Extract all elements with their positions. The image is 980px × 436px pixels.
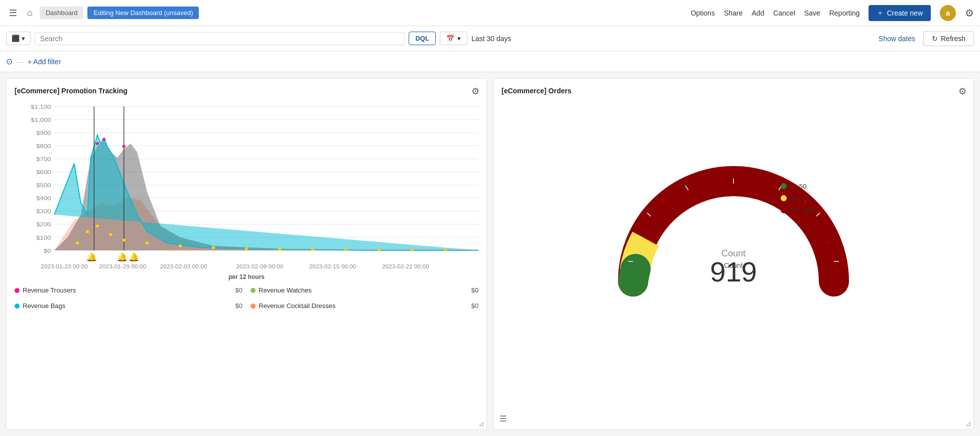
svg-text:2023-02-21 00:00: 2023-02-21 00:00 [382,264,429,269]
breadcrumb-editing[interactable]: Editing New Dashboard (unsaved) [87,7,199,19]
gauge-svg: Count 919 0 - 50 50 - 75 75 - 100 [608,156,859,307]
svg-text:$800: $800 [36,143,51,150]
breadcrumb-dashboard[interactable]: Dashboard [40,7,84,19]
promotion-panel: [eCommerce] Promotion Tracking ⚙ $1,100 [6,78,487,430]
create-new-label: Create new [887,9,923,17]
svg-text:2023-01-23 00:00: 2023-01-23 00:00 [41,264,88,269]
orders-panel-gear[interactable]: ⚙ [958,86,966,97]
svg-text:2023-02-15 00:00: 2023-02-15 00:00 [309,264,356,269]
svg-text:$200: $200 [36,221,51,228]
svg-text:$100: $100 [36,234,51,241]
legend-value-watches: $0 [471,286,478,294]
svg-text:$900: $900 [36,130,51,136]
legend-label-bags: Revenue Bags [23,302,65,310]
svg-point-48 [102,138,106,141]
legend-dot-bags [15,304,20,309]
promotion-panel-title: [eCommerce] Promotion Tracking [15,87,478,95]
promotion-chart-area: $1,100 $1,000 $900 $800 $700 $600 $500 $… [15,101,478,271]
add-link[interactable]: Add [752,9,764,17]
legend-label-watches: Revenue Watches [259,286,312,294]
svg-point-74 [781,207,787,213]
plus-icon: ＋ [877,9,884,18]
date-picker[interactable]: 📅 ▾ [440,32,467,45]
dashboard-grid: [eCommerce] Promotion Tracking ⚙ $1,100 [0,72,980,436]
legend-dot-dresses [251,304,256,309]
svg-point-35 [109,233,112,236]
chart-legend: Revenue Trousers $0 Revenue Watches $0 R… [15,286,478,310]
gauge-list-icon[interactable]: ☰ [500,414,507,423]
svg-point-72 [781,195,787,201]
svg-text:2023-02-09 00:00: 2023-02-09 00:00 [236,264,284,269]
svg-text:2023-01-29 00:00: 2023-01-29 00:00 [99,264,146,269]
svg-point-47 [96,142,99,145]
reporting-link[interactable]: Reporting [829,9,860,17]
filter-save-button[interactable]: ⬛ ▾ [6,32,31,45]
svg-text:$1,000: $1,000 [31,117,51,123]
svg-point-38 [179,244,182,247]
svg-text:919: 919 [710,256,757,287]
svg-text:🔔: 🔔 [86,253,98,262]
menu-icon[interactable]: ☰ [6,5,20,22]
svg-text:🔔: 🔔 [116,253,129,262]
search-area [35,32,405,45]
refresh-button[interactable]: ↻ Refresh [923,31,974,46]
orders-panel: [eCommerce] Orders ⚙ [493,78,974,430]
calendar-chevron: ▾ [457,35,461,42]
svg-text:$300: $300 [36,208,51,215]
search-input[interactable] [40,35,399,43]
svg-point-70 [781,183,787,189]
show-dates-button[interactable]: Show dates [879,35,915,43]
svg-text:$700: $700 [36,156,51,163]
svg-text:$0: $0 [44,247,51,254]
svg-point-39 [212,246,215,249]
svg-point-34 [96,225,99,228]
svg-text:75 - 100: 75 - 100 [790,207,814,214]
svg-point-37 [146,242,149,245]
filter-circle-icon: ⊙ [6,57,13,66]
top-nav: ☰ ⌂ Dashboard Editing New Dashboard (uns… [0,0,980,26]
svg-point-40 [245,247,249,250]
legend-dot-trousers [15,288,20,293]
divider: — [17,58,24,66]
svg-point-33 [86,230,89,233]
svg-text:$400: $400 [36,195,51,202]
legend-value-trousers: $0 [235,286,242,294]
options-link[interactable]: Options [691,9,715,17]
legend-label-dresses: Revenue Cocktail Dresses [259,302,335,310]
svg-text:$600: $600 [36,169,51,176]
chevron-down-icon: ▾ [22,35,25,42]
legend-value-dresses: $0 [471,302,478,310]
refresh-label: Refresh [941,35,965,43]
date-range-text: Last 30 days [471,35,511,43]
orders-panel-title: [eCommerce] Orders [502,87,965,95]
svg-text:$1,100: $1,100 [31,104,51,110]
svg-text:50 - 75: 50 - 75 [790,195,810,202]
svg-point-36 [122,239,126,242]
nav-actions: Options Share Add Cancel Save Reporting … [691,5,974,21]
promotion-panel-gear[interactable]: ⚙ [471,86,479,97]
create-new-button[interactable]: ＋ Create new [869,5,931,21]
svg-point-32 [76,242,79,245]
add-filter-row: ⊙ — + Add filter [0,51,980,72]
svg-point-45 [411,248,414,251]
svg-point-49 [122,145,126,148]
svg-text:🔔: 🔔 [128,253,140,262]
filter-bar: ⬛ ▾ DQL 📅 ▾ Last 30 days Show dates ↻ Re… [0,26,980,51]
orders-panel-resize[interactable]: ⊿ [965,419,971,427]
svg-text:0 - 50: 0 - 50 [790,183,806,190]
svg-point-43 [344,248,348,251]
add-filter-button[interactable]: + Add filter [28,58,61,66]
svg-point-46 [444,248,447,251]
save-link[interactable]: Save [804,9,820,17]
dql-button[interactable]: DQL [409,32,435,45]
cancel-link[interactable]: Cancel [773,9,795,17]
refresh-icon: ↻ [932,35,938,43]
home-icon[interactable]: ⌂ [24,5,36,21]
calendar-icon: 📅 [446,35,454,42]
save-icon: ⬛ [12,35,20,42]
promotion-panel-resize[interactable]: ⊿ [478,419,484,427]
legend-dot-watches [251,288,256,293]
share-link[interactable]: Share [724,9,743,17]
user-avatar[interactable]: a [940,5,956,21]
settings-icon[interactable]: ⚙ [965,7,974,19]
